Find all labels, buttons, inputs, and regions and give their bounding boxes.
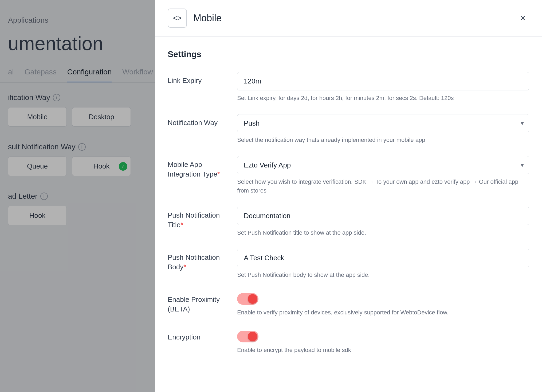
link-expiry-help: Set Link expiry, for days 2d, for hours … — [237, 94, 529, 102]
code-icon-button[interactable]: <> — [168, 9, 187, 28]
proximity-label: Enable Proximity (BETA) — [168, 291, 226, 314]
encryption-toggle-knob — [248, 332, 257, 341]
integration-type-row: Mobile App Integration Type* Ezto Verify… — [168, 156, 529, 195]
proximity-toggle[interactable] — [237, 293, 258, 305]
proximity-help: Enable to verify proximity of devices, e… — [237, 308, 529, 317]
settings-heading: Settings — [168, 49, 529, 59]
push-title-row: Push Notification Title* Set Push Notifi… — [168, 207, 529, 237]
link-expiry-field: Set Link expiry, for days 2d, for hours … — [237, 72, 529, 102]
link-expiry-row: Link Expiry Set Link expiry, for days 2d… — [168, 72, 529, 102]
integration-type-select[interactable]: Ezto Verify App SDK — [237, 156, 529, 174]
notification-way-field: Push SMS Email ▾ Select the notification… — [237, 114, 529, 144]
push-title-input[interactable] — [237, 207, 529, 225]
push-body-field: Set Push Notification body to show at th… — [237, 249, 529, 279]
modal-panel: <> Mobile × Settings Link Expiry Set Lin… — [155, 0, 542, 392]
notification-way-help: Select the notification way thats alread… — [237, 135, 529, 144]
encryption-label: Encryption — [168, 329, 226, 342]
notification-way-select[interactable]: Push SMS Email — [237, 114, 529, 132]
modal-title: Mobile — [193, 13, 222, 24]
integration-type-help: Select how you wish to integrate verific… — [237, 177, 529, 195]
notification-way-select-wrapper: Push SMS Email ▾ — [237, 114, 529, 132]
encryption-field: Enable to encrypt the payload to mobile … — [237, 329, 529, 354]
encryption-row: Encryption Enable to encrypt the payload… — [168, 329, 529, 354]
push-body-help: Set Push Notification body to show at th… — [237, 270, 529, 279]
encryption-help: Enable to encrypt the payload to mobile … — [237, 346, 529, 354]
proximity-field: Enable to verify proximity of devices, e… — [237, 291, 529, 317]
proximity-toggle-knob — [248, 294, 257, 304]
proximity-toggle-container — [237, 291, 529, 305]
notification-way-row: Notification Way Push SMS Email ▾ Select… — [168, 114, 529, 144]
push-body-row: Push Notification Body* Set Push Notific… — [168, 249, 529, 279]
modal-body: Settings Link Expiry Set Link expiry, fo… — [155, 37, 542, 392]
integration-type-field: Ezto Verify App SDK ▾ Select how you wis… — [237, 156, 529, 195]
link-expiry-label: Link Expiry — [168, 72, 226, 85]
modal-header: <> Mobile × — [155, 0, 542, 37]
notification-way-label: Notification Way — [168, 114, 226, 127]
push-title-help: Set Push Notification title to show at t… — [237, 228, 529, 237]
link-expiry-input[interactable] — [237, 72, 529, 90]
push-body-input[interactable] — [237, 249, 529, 267]
close-button[interactable]: × — [516, 12, 529, 25]
encryption-toggle[interactable] — [237, 331, 258, 342]
push-title-field: Set Push Notification title to show at t… — [237, 207, 529, 237]
push-title-label: Push Notification Title* — [168, 207, 226, 230]
proximity-row: Enable Proximity (BETA) Enable to verify… — [168, 291, 529, 317]
encryption-toggle-container — [237, 329, 529, 342]
push-body-label: Push Notification Body* — [168, 249, 226, 272]
integration-type-label: Mobile App Integration Type* — [168, 156, 226, 179]
modal-header-left: <> Mobile — [168, 9, 222, 28]
integration-type-select-wrapper: Ezto Verify App SDK ▾ — [237, 156, 529, 174]
